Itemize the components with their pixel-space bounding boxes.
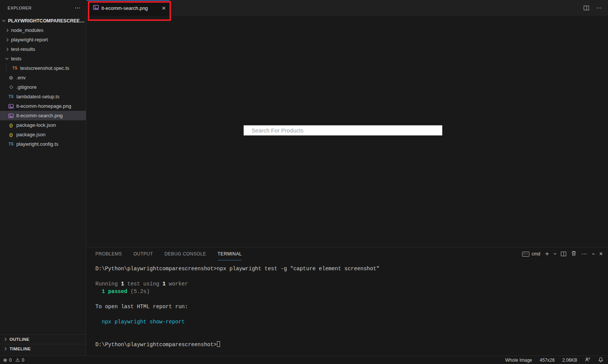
image-size-status[interactable]: 2.06KB <box>562 358 577 363</box>
typescript-file-icon: TS <box>8 142 14 146</box>
editor-actions: ⋯ <box>584 0 602 16</box>
terminal-text: (5.2s) <box>127 288 150 295</box>
tree-item-label: .env <box>16 75 26 80</box>
terminal-line: npx playwright show-report <box>95 318 608 326</box>
image-file-icon <box>93 5 99 11</box>
terminal-text: npx playwright show-report <box>95 319 185 325</box>
tab-output[interactable]: OUTPUT <box>133 247 153 260</box>
tree-item-playwrightcomparescreen[interactable]: PLAYWRIGHTCOMPARESCREEN... <box>0 16 86 25</box>
tree-item-label: node_modules <box>11 27 43 33</box>
chevron-down-icon <box>5 57 8 60</box>
feedback-person-icon[interactable] <box>585 357 591 364</box>
warnings-icon: ⚠ <box>16 358 20 362</box>
tree-item-node-modules[interactable]: node_modules <box>0 25 86 35</box>
image-preview-search-box[interactable]: Search For Products <box>244 125 442 136</box>
tree-item-lambdatest-setup-ts[interactable]: TSlambdatest-setup.ts <box>0 92 86 101</box>
chevron-right-icon <box>5 28 8 32</box>
launch-profile-chevron-icon[interactable] <box>554 252 556 255</box>
tab-debug-console[interactable]: DEBUG CONSOLE <box>165 247 206 260</box>
typescript-file-icon: TS <box>12 66 18 70</box>
new-terminal-icon[interactable]: + <box>545 250 549 258</box>
outline-label: OUTLINE <box>10 337 30 342</box>
errors-count: 0 <box>9 358 12 363</box>
cmd-shell-icon[interactable]: C:\ <box>522 252 529 257</box>
notifications-bell-icon[interactable] <box>598 357 603 364</box>
vscode-window: EXPLORER ⋯ PLAYWRIGHTCOMPARESCREEN...nod… <box>0 0 608 364</box>
shell-label[interactable]: cmd <box>532 251 540 257</box>
tab-problems[interactable]: PROBLEMS <box>95 247 122 260</box>
explorer-header: EXPLORER ⋯ <box>0 0 86 16</box>
problems-status[interactable]: ⊗ 0 ⚠ 0 <box>3 358 24 363</box>
tree-item-label: tests <box>11 56 21 61</box>
terminal-text: D:\Python\playwrightcomparescreenshot>np… <box>95 266 380 272</box>
bottom-panel: PROBLEMS OUTPUT DEBUG CONSOLE TERMINAL C… <box>87 247 608 356</box>
git-ignore-icon <box>8 86 14 88</box>
close-panel-icon[interactable]: × <box>599 251 603 257</box>
tab-bar: lt-ecomm-search.png × ⋯ <box>87 0 608 16</box>
explorer-sidebar: EXPLORER ⋯ PLAYWRIGHTCOMPARESCREEN...nod… <box>0 0 86 356</box>
tree-item-testscreenshot-spec-ts[interactable]: TStestscreenshot.spec.ts <box>0 63 86 73</box>
errors-icon: ⊗ <box>3 358 7 362</box>
tree-item-gitignore[interactable]: .gitignore <box>0 82 86 92</box>
tree-item-package-lock-json[interactable]: {}package-lock.json <box>0 120 86 130</box>
warnings-count: 0 <box>22 358 24 363</box>
tree-item-lt-ecomm-search-png[interactable]: lt-ecomm-search.png <box>0 111 86 120</box>
tab-close-icon[interactable]: × <box>162 5 166 11</box>
outline-section[interactable]: OUTLINE <box>0 334 86 344</box>
tree-item-label: testscreenshot.spec.ts <box>20 65 69 71</box>
terminal-line: D:\Python\playwrightcomparescreenshot> <box>95 341 608 348</box>
tree-item-test-results[interactable]: test-results <box>0 44 86 54</box>
chevron-right-icon <box>5 47 8 50</box>
tree-item-tests[interactable]: tests <box>0 54 86 63</box>
terminal-text <box>95 288 102 295</box>
whole-image-status[interactable]: Whole Image <box>505 358 532 363</box>
panel-header: PROBLEMS OUTPUT DEBUG CONSOLE TERMINAL C… <box>87 247 608 260</box>
terminal-line: D:\Python\playwrightcomparescreenshot>np… <box>95 265 608 273</box>
status-bar: ⊗ 0 ⚠ 0 Whole Image 457x26 2.06KB <box>0 356 608 364</box>
tree-item-playwright-config-ts[interactable]: TSplaywright.config.ts <box>0 139 86 149</box>
kill-terminal-trash-icon[interactable] <box>571 251 576 257</box>
timeline-section[interactable]: TIMELINE <box>0 344 86 353</box>
tree-item-label: test-results <box>11 46 35 52</box>
chevron-right-icon <box>3 338 6 341</box>
indent-guide <box>6 63 6 73</box>
tree-item-label: package-lock.json <box>16 122 56 128</box>
status-bar-right: Whole Image 457x26 2.06KB <box>505 357 603 364</box>
tree-item-package-json[interactable]: {}package.json <box>0 130 86 139</box>
maximize-panel-chevron-icon[interactable] <box>592 253 595 256</box>
tree-item-label: playwright-report <box>11 37 48 43</box>
tree-item-lt-ecomm-homepage-png[interactable]: lt-ecomm-homepage.png <box>0 101 86 111</box>
panel-actions: C:\ cmd + ⋯ × <box>522 247 603 260</box>
tree-item-label: .gitignore <box>16 84 36 90</box>
explorer-title: EXPLORER <box>8 6 32 10</box>
editor-more-icon[interactable]: ⋯ <box>596 5 602 11</box>
image-dimensions-status[interactable]: 457x26 <box>540 358 554 363</box>
json-file-icon: {} <box>8 123 14 128</box>
tab-lt-ecomm-search[interactable]: lt-ecomm-search.png × <box>87 0 169 16</box>
terminal-output[interactable]: D:\Python\playwrightcomparescreenshot>np… <box>87 260 608 348</box>
tree-item-label: lambdatest-setup.ts <box>16 94 59 99</box>
terminal-text: worker <box>166 281 188 287</box>
terminal-text: 1 <box>162 281 165 287</box>
terminal-text: 1 <box>121 281 124 287</box>
chevron-right-icon <box>5 38 8 41</box>
search-placeholder-text: Search For Products <box>252 128 304 134</box>
terminal-text: To open last HTML report run: <box>95 304 188 310</box>
terminal-cursor <box>217 341 220 347</box>
tree-item-label: lt-ecomm-homepage.png <box>16 103 71 109</box>
terminal-text: test using <box>124 281 163 287</box>
tree-item-env[interactable]: .env <box>0 73 86 82</box>
tab-label: lt-ecomm-search.png <box>101 5 148 11</box>
explorer-more-icon[interactable]: ⋯ <box>74 6 81 10</box>
panel-tabs: PROBLEMS OUTPUT DEBUG CONSOLE TERMINAL <box>95 247 242 260</box>
sidebar-sections: OUTLINE TIMELINE <box>0 334 86 353</box>
panel-more-icon[interactable]: ⋯ <box>581 251 587 257</box>
split-editor-icon[interactable] <box>584 6 589 10</box>
file-tree: PLAYWRIGHTCOMPARESCREEN...node_modulespl… <box>0 16 86 149</box>
tab-terminal[interactable]: TERMINAL <box>218 247 242 260</box>
tree-item-label: lt-ecomm-search.png <box>16 113 63 118</box>
json-file-icon: {} <box>8 132 14 137</box>
tree-item-playwright-report[interactable]: playwright-report <box>0 35 86 44</box>
image-file-icon <box>8 113 14 118</box>
split-terminal-icon[interactable] <box>561 252 566 256</box>
